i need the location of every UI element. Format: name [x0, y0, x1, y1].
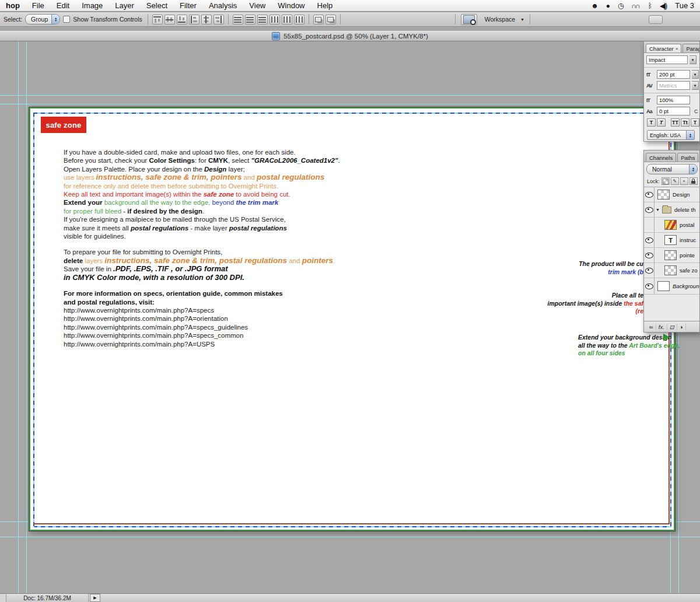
- layer-style-icon[interactable]: fx.: [656, 324, 667, 330]
- eye-icon[interactable]: [645, 192, 653, 198]
- distribute-vertical-centers-button[interactable]: [245, 15, 256, 24]
- menu-item-filter[interactable]: Filter: [180, 1, 197, 10]
- menu-item-analysis[interactable]: Analysis: [209, 1, 237, 10]
- layer-name[interactable]: safe zo: [680, 267, 698, 274]
- menu-bar-clock[interactable]: Tue 3: [675, 1, 694, 10]
- status-menu-arrow[interactable]: ▶: [90, 594, 100, 602]
- small-caps-button[interactable]: Tt: [681, 118, 690, 127]
- bridge-button[interactable]: [461, 14, 477, 25]
- lock-all-button[interactable]: [690, 177, 698, 185]
- eye-icon[interactable]: [645, 207, 653, 213]
- layer-row[interactable]: safe zo: [644, 263, 699, 278]
- language-select[interactable]: English: USA ▲▼: [647, 130, 695, 140]
- workspace-label[interactable]: Workspace: [485, 16, 515, 23]
- visibility-cell[interactable]: [644, 187, 654, 202]
- align-left-edges-button[interactable]: [189, 15, 200, 24]
- workspace-caret-icon[interactable]: ▼: [520, 18, 524, 22]
- layer-row[interactable]: Design: [644, 187, 699, 202]
- tab-paragraph[interactable]: Paragrap: [682, 44, 700, 52]
- layer-thumbnail[interactable]: [664, 250, 677, 260]
- menu-item-hop[interactable]: hop: [6, 1, 20, 10]
- canvas[interactable]: safe zone If you have a double-sided car…: [29, 107, 676, 531]
- menu-item-image[interactable]: Image: [82, 1, 103, 10]
- layer-name[interactable]: instruc: [680, 237, 696, 243]
- layer-row[interactable]: Tinstruc: [644, 233, 699, 248]
- zoom-field-fragment[interactable]: [0, 594, 6, 602]
- bluetooth-icon[interactable]: ᛒ: [648, 2, 651, 10]
- layer-name[interactable]: postal: [680, 222, 694, 228]
- eye-icon[interactable]: [645, 284, 653, 289]
- time-machine-icon[interactable]: ◷: [618, 2, 622, 10]
- font-family-dropdown-icon[interactable]: ▼: [690, 55, 696, 64]
- visibility-cell[interactable]: [644, 263, 654, 278]
- layer-row[interactable]: pointe: [644, 248, 699, 263]
- visibility-cell[interactable]: [644, 202, 654, 217]
- menu-item-window[interactable]: Window: [278, 1, 304, 10]
- layer-row[interactable]: postal: [644, 218, 699, 233]
- distribute-right-edges-button[interactable]: [294, 15, 304, 24]
- menu-item-view[interactable]: View: [249, 1, 265, 10]
- eye-icon[interactable]: [645, 268, 653, 274]
- menu-item-help[interactable]: Help: [317, 1, 333, 10]
- show-transform-controls-checkbox[interactable]: [63, 16, 70, 23]
- auto-blend-layers-button[interactable]: [326, 15, 336, 24]
- menu-item-layer[interactable]: Layer: [115, 1, 134, 10]
- link-layers-icon[interactable]: ∞: [647, 324, 656, 330]
- font-size-dropdown-icon[interactable]: ▼: [692, 70, 699, 79]
- align-top-edges-button[interactable]: [152, 15, 163, 24]
- auto-align-layers-button[interactable]: [313, 15, 324, 24]
- guide-vertical[interactable]: [18, 41, 19, 593]
- layer-thumbnail[interactable]: T: [664, 235, 677, 245]
- guide-horizontal[interactable]: [0, 95, 700, 96]
- layer-row[interactable]: Backgroun: [644, 278, 699, 295]
- distribute-top-edges-button[interactable]: [233, 15, 243, 24]
- binoculars-icon[interactable]: ∩∩: [632, 2, 639, 10]
- guide-vertical[interactable]: [26, 41, 27, 593]
- visibility-cell[interactable]: [644, 218, 654, 232]
- eye-icon[interactable]: [645, 253, 653, 258]
- eye-icon[interactable]: [645, 237, 653, 243]
- guide-horizontal[interactable]: [0, 537, 700, 537]
- user-menu-icon[interactable]: ☻: [591, 2, 597, 10]
- lock-position-button[interactable]: +: [680, 177, 688, 185]
- menu-item-file[interactable]: File: [32, 1, 44, 10]
- font-size-field[interactable]: 200 pt: [657, 70, 690, 79]
- visibility-cell[interactable]: [644, 278, 654, 294]
- layer-thumbnail[interactable]: [662, 206, 671, 214]
- layer-thumbnail[interactable]: [657, 281, 670, 291]
- document-title-bar[interactable]: 55x85_postcard.psd @ 50% (Layer 1, CMYK/…: [0, 31, 700, 41]
- volume-icon[interactable]: ◀)): [660, 2, 666, 10]
- all-caps-button[interactable]: TT: [671, 118, 680, 127]
- align-bottom-edges-button[interactable]: [177, 15, 187, 24]
- distribute-bottom-edges-button[interactable]: [257, 15, 268, 24]
- palette-well-button[interactable]: [649, 15, 663, 24]
- layer-thumbnail[interactable]: [657, 190, 670, 200]
- distribute-left-edges-button[interactable]: [270, 15, 280, 24]
- layer-thumbnail[interactable]: [664, 265, 677, 275]
- lock-image-button[interactable]: ✎: [671, 177, 679, 185]
- align-vertical-centers-button[interactable]: [164, 15, 175, 24]
- layer-name[interactable]: delete th: [674, 206, 695, 213]
- visibility-cell[interactable]: [644, 233, 654, 247]
- superscript-button[interactable]: T: [691, 118, 699, 127]
- tab-paths[interactable]: Paths: [677, 153, 698, 162]
- menu-item-edit[interactable]: Edit: [57, 1, 69, 10]
- tab-character[interactable]: Character ×: [646, 44, 681, 52]
- baseline-shift-field[interactable]: 0 pt: [657, 107, 690, 116]
- vertical-scale-field[interactable]: 100%: [657, 96, 690, 104]
- record-icon[interactable]: ●: [606, 2, 609, 10]
- layer-row[interactable]: ▼delete th: [644, 202, 699, 218]
- tab-close-icon[interactable]: ×: [676, 46, 678, 51]
- align-horizontal-centers-button[interactable]: [201, 15, 212, 24]
- layer-mask-icon[interactable]: ⊡: [667, 324, 677, 330]
- guide-horizontal[interactable]: [0, 104, 700, 104]
- kerning-field[interactable]: Metrics: [657, 81, 690, 90]
- layer-name[interactable]: pointe: [680, 252, 695, 258]
- faux-bold-button[interactable]: T: [647, 118, 656, 127]
- distribute-horizontal-centers-button[interactable]: [282, 15, 292, 24]
- group-select[interactable]: Group ▲▼: [25, 14, 60, 24]
- font-family-field[interactable]: Impact: [646, 55, 688, 64]
- menu-item-select[interactable]: Select: [146, 1, 167, 10]
- layer-thumbnail[interactable]: [664, 220, 677, 230]
- expand-caret-icon[interactable]: ▼: [654, 208, 661, 212]
